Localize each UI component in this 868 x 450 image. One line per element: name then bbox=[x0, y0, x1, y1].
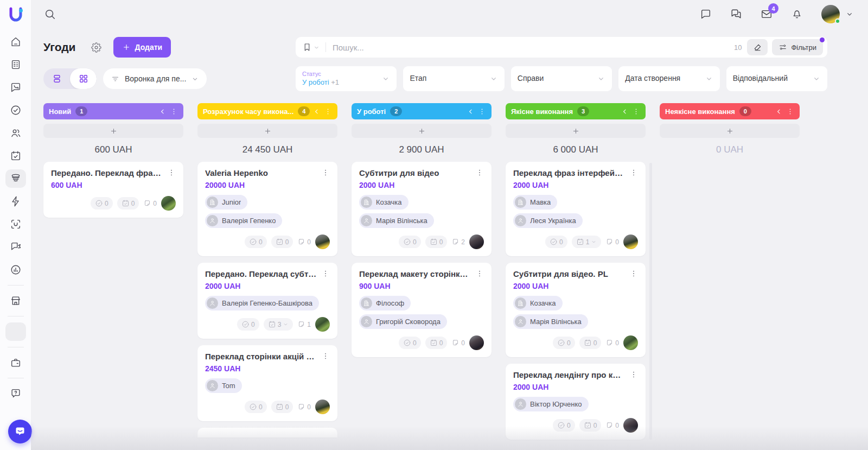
card-menu-button[interactable] bbox=[475, 168, 484, 177]
sidebar-item-marketplace[interactable] bbox=[5, 291, 26, 310]
sidebar-item-crm-funnel[interactable] bbox=[5, 169, 26, 188]
calendar-stat[interactable]: 1 bbox=[572, 236, 602, 248]
mail-icon[interactable]: 4 bbox=[761, 8, 773, 20]
column-add-card-button[interactable] bbox=[43, 124, 183, 138]
column-add-card-button[interactable] bbox=[197, 124, 337, 138]
add-deal-button[interactable]: Додати bbox=[113, 37, 171, 58]
sidebar-item-help[interactable] bbox=[5, 384, 26, 403]
column-add-card-button[interactable] bbox=[506, 124, 646, 138]
chip-label: Григорій Сковорода bbox=[376, 318, 441, 326]
column-add-card-button[interactable] bbox=[352, 124, 492, 138]
card-menu-button[interactable] bbox=[321, 269, 330, 278]
filter-dropdown-Статус[interactable]: СтатусУ роботі +1 bbox=[296, 66, 397, 91]
card-menu-button[interactable] bbox=[629, 168, 638, 177]
deal-card[interactable]: Субтитри для відео2000 UAHКозачкаМарія В… bbox=[352, 162, 492, 256]
sidebar-item-analytics[interactable] bbox=[5, 261, 26, 279]
column-collapse-button[interactable] bbox=[158, 107, 167, 116]
column-menu-button[interactable] bbox=[632, 107, 640, 116]
plus-icon bbox=[572, 127, 580, 135]
deal-card[interactable]: Передано. Переклад субтит...2000 UAHВале… bbox=[197, 263, 337, 339]
funnel-selector[interactable]: Воронка для пе... bbox=[103, 68, 207, 89]
column-collapse-button[interactable] bbox=[775, 107, 783, 116]
filter-dropdown-Відповідальний[interactable]: Відповідальний bbox=[726, 66, 827, 91]
person-icon bbox=[515, 316, 526, 327]
company-chip: Філософ bbox=[359, 296, 411, 310]
column-add-card-button[interactable] bbox=[660, 124, 800, 138]
sidebar-item-marketing[interactable] bbox=[5, 238, 26, 256]
sidebar-item-settings[interactable]: undefined bbox=[5, 322, 26, 341]
card-menu-button[interactable] bbox=[629, 269, 638, 278]
deal-card[interactable]: Переклад лендінгу про квіти2000 UAHВікто… bbox=[506, 364, 646, 440]
group-chats-icon[interactable] bbox=[730, 8, 742, 20]
deal-card[interactable]: Valeria Hepenko20000 UAHJuniorВалерія Ге… bbox=[197, 162, 337, 256]
card-menu-button[interactable] bbox=[167, 168, 176, 177]
calendar-stat: 0 bbox=[579, 419, 602, 432]
global-search-icon[interactable] bbox=[44, 8, 56, 20]
page-settings-gear-icon[interactable] bbox=[91, 42, 101, 53]
support-chat-launcher[interactable] bbox=[8, 420, 32, 443]
column-count-badge: 3 bbox=[577, 106, 589, 116]
column-collapse-button[interactable] bbox=[621, 107, 629, 116]
deal-amount: 2000 UAH bbox=[359, 181, 484, 189]
notifications-bell-icon[interactable] bbox=[791, 8, 803, 20]
online-status-dot bbox=[835, 18, 840, 24]
deal-card[interactable]: Передано. Переклад фраз м...600 UAH000 bbox=[43, 162, 183, 218]
calendar-icon bbox=[122, 199, 130, 207]
column-header[interactable]: Неякісне виконання0 bbox=[660, 103, 800, 119]
card-menu-button[interactable] bbox=[629, 370, 638, 379]
filter-dropdown-Справи[interactable]: Справи bbox=[511, 66, 612, 91]
column-collapse-button[interactable] bbox=[312, 107, 321, 116]
sidebar-item-finance[interactable] bbox=[5, 353, 26, 372]
user-menu[interactable] bbox=[821, 5, 854, 23]
app-logo[interactable] bbox=[7, 5, 25, 24]
filter-value-extra: +1 bbox=[329, 78, 339, 86]
card-menu-button[interactable] bbox=[321, 352, 330, 360]
tasks-check-icon bbox=[557, 421, 565, 429]
filters-label: Фільтри bbox=[791, 43, 816, 52]
sidebar-item-messenger[interactable] bbox=[5, 78, 26, 97]
filter-dropdown-Етап[interactable]: Етап bbox=[403, 66, 504, 91]
column-menu-button[interactable] bbox=[478, 107, 486, 116]
deal-card[interactable]: Переклад макету сторінки с...900 UAHФіло… bbox=[352, 263, 492, 357]
clear-search-button[interactable] bbox=[747, 39, 768, 55]
filters-button[interactable]: Фільтри bbox=[772, 39, 823, 55]
kanban-view-button[interactable] bbox=[70, 68, 97, 89]
sidebar-item-scanner[interactable] bbox=[5, 215, 26, 233]
search-input[interactable] bbox=[326, 43, 734, 52]
calendar-stat[interactable]: 3 bbox=[264, 318, 293, 331]
column-header[interactable]: Розрахунок часу викона...4 bbox=[197, 103, 337, 119]
column-menu-button[interactable] bbox=[170, 107, 178, 116]
column-count-badge: 0 bbox=[739, 106, 751, 116]
contact-chip: Леся Українка bbox=[513, 213, 583, 228]
filter-dropdown-Дата створення[interactable]: Дата створення bbox=[618, 66, 719, 91]
calendar-count: 3 bbox=[278, 321, 282, 328]
card-menu-button[interactable] bbox=[475, 269, 484, 278]
sidebar-item-newsfeed[interactable] bbox=[5, 55, 26, 74]
deal-card[interactable]: Субтитри для відео. PL2000 UAHКозачкаМар… bbox=[506, 263, 646, 357]
contact-chip: Віктор Юрченко bbox=[513, 397, 589, 411]
chev-down-icon bbox=[845, 10, 854, 18]
card-menu-button[interactable] bbox=[321, 168, 330, 177]
column-menu-button[interactable] bbox=[786, 107, 794, 116]
chevron-down-icon bbox=[381, 74, 390, 83]
column-scrollbar[interactable] bbox=[649, 163, 652, 440]
saved-search-selector[interactable] bbox=[302, 42, 326, 52]
person-icon bbox=[515, 398, 526, 410]
column-header[interactable]: Якісне виконання3 bbox=[506, 103, 646, 119]
company-icon bbox=[363, 199, 370, 206]
column-header[interactable]: У роботі2 bbox=[352, 103, 492, 119]
column-header[interactable]: Новий1 bbox=[43, 103, 183, 119]
column-collapse-button[interactable] bbox=[467, 107, 475, 116]
sidebar-item-users[interactable] bbox=[5, 124, 26, 142]
list-view-button[interactable] bbox=[43, 68, 70, 89]
chat-icon[interactable] bbox=[700, 8, 712, 20]
deal-card[interactable]: Переклад сторінки акцій ENG2450 UAHTom00… bbox=[197, 345, 337, 421]
column-menu-button[interactable] bbox=[324, 107, 332, 116]
sidebar-item-home[interactable] bbox=[5, 33, 26, 51]
sidebar-item-automation[interactable] bbox=[5, 192, 26, 211]
partially-visible-card[interactable] bbox=[197, 428, 337, 438]
kebab-menu-icon bbox=[321, 269, 330, 278]
deal-card[interactable]: Переклад фраз інтерфейсу ...2000 UAHМавк… bbox=[506, 162, 646, 256]
sidebar-item-tasks[interactable] bbox=[5, 101, 26, 119]
sidebar-item-calendar[interactable] bbox=[5, 147, 26, 165]
